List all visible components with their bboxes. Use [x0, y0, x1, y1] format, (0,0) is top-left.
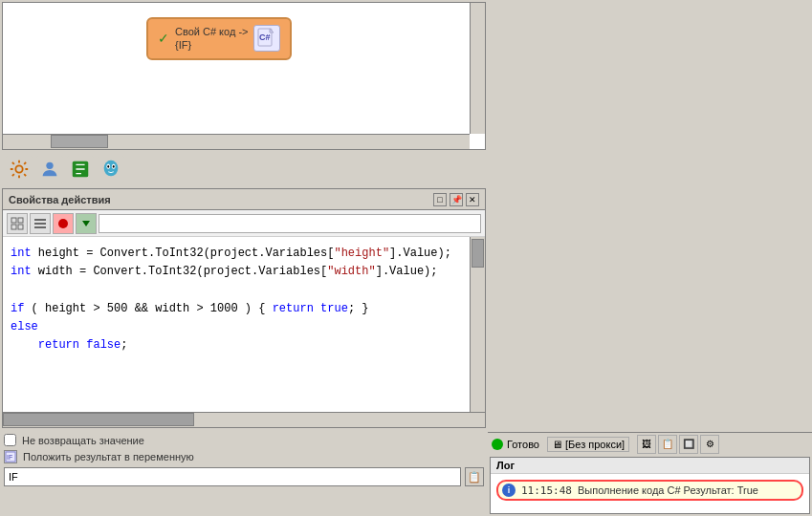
status-icon-4[interactable]: ⚙: [700, 435, 719, 454]
properties-panel: Свойства действия □ 📌 ✕: [2, 188, 486, 428]
status-icon-2[interactable]: 📋: [658, 435, 677, 454]
proxy-icon: 🖥: [552, 439, 562, 450]
svg-rect-15: [34, 223, 46, 225]
log-content: i 11:15:48 Выполнение кода C# Результат:…: [491, 474, 809, 513]
gear-icon[interactable]: [6, 156, 33, 183]
svg-text:C#: C#: [259, 32, 271, 42]
svg-text:IF: IF: [7, 454, 12, 461]
workflow-block[interactable]: ✓ Свой C# код -> {IF} C#: [146, 17, 292, 60]
canvas-vertical-scrollbar[interactable]: [470, 3, 485, 134]
book-icon[interactable]: [67, 156, 94, 183]
ready-indicator: [492, 439, 503, 450]
info-icon: i: [502, 484, 516, 497]
log-title: Лог: [491, 458, 809, 474]
right-canvas: [488, 0, 812, 432]
stop-button[interactable]: [53, 213, 74, 234]
code-editor-wrap: int height = Convert.ToInt32(project.Var…: [3, 237, 485, 412]
close-button[interactable]: ✕: [466, 193, 479, 206]
svg-rect-10: [11, 218, 16, 223]
svg-rect-14: [34, 219, 46, 221]
svg-point-9: [113, 165, 115, 168]
code-scrollbar-thumb[interactable]: [472, 239, 484, 268]
code-vertical-scrollbar[interactable]: [470, 237, 485, 412]
svg-point-3: [46, 162, 53, 169]
svg-point-2: [15, 165, 22, 172]
alien-icon[interactable]: [98, 156, 124, 183]
canvas-horizontal-scrollbar[interactable]: [3, 134, 470, 149]
person-icon[interactable]: [36, 156, 63, 183]
code-hscrollbar-thumb[interactable]: [3, 413, 194, 426]
right-panel: Готово 🖥 [Без прокси] 🖼 📋 🔲 ⚙ Лог i 11:1…: [488, 0, 812, 516]
svg-rect-16: [34, 226, 46, 228]
no-return-row: Не возвращать значение: [4, 434, 484, 446]
svg-point-5: [104, 161, 119, 177]
code-line-4: if ( height > 500 && width > 1000 ) { re…: [11, 300, 481, 318]
log-time: 11:15:48: [521, 484, 572, 497]
properties-toolbar: [3, 210, 485, 237]
code-line-2: int width = Convert.ToInt32(project.Vari…: [11, 263, 481, 281]
properties-title: Свойства действия: [9, 194, 111, 205]
search-input[interactable]: [99, 214, 481, 233]
variable-row: 📋: [4, 467, 484, 486]
status-icon-3[interactable]: 🔲: [679, 435, 698, 454]
variable-input[interactable]: [4, 467, 461, 486]
workflow-block-label: Свой C# код -> {IF}: [175, 25, 248, 53]
status-ready: Готово: [492, 439, 539, 450]
proxy-label: 🖥 [Без прокси]: [547, 437, 629, 452]
svg-point-8: [107, 165, 109, 168]
bottom-area: Не возвращать значение IF Положить резул…: [0, 430, 488, 516]
result-icon: IF: [4, 450, 17, 463]
restore-button[interactable]: □: [433, 193, 447, 206]
code-line-1: int height = Convert.ToInt32(project.Var…: [11, 245, 481, 263]
result-row: IF Положить результат в переменную: [4, 450, 484, 463]
log-entry: i 11:15:48 Выполнение кода C# Результат:…: [496, 480, 803, 501]
no-return-label: Не возвращать значение: [22, 435, 144, 446]
code-line-5: else: [11, 318, 481, 336]
code-line-6: return false;: [11, 336, 481, 355]
variable-copy-button[interactable]: 📋: [465, 467, 484, 486]
check-icon: ✓: [158, 31, 169, 46]
svg-point-17: [58, 219, 68, 228]
code-horizontal-scrollbar[interactable]: [3, 412, 485, 427]
svg-rect-11: [18, 218, 23, 223]
result-label: Положить результат в переменную: [23, 451, 194, 462]
down-arrow-button[interactable]: [76, 213, 97, 234]
canvas-area: ✓ Свой C# код -> {IF} C#: [2, 2, 486, 150]
list-view-button[interactable]: [30, 213, 51, 234]
main-container: ✓ Свой C# код -> {IF} C#: [0, 0, 812, 516]
svg-rect-12: [11, 225, 16, 229]
csharp-icon: C#: [253, 25, 280, 52]
code-editor[interactable]: int height = Convert.ToInt32(project.Var…: [3, 237, 485, 358]
grid-view-button[interactable]: [7, 213, 28, 234]
code-line-3: [11, 281, 481, 299]
ready-label: Готово: [507, 439, 539, 450]
canvas-scrollbar-thumb[interactable]: [51, 135, 108, 148]
properties-title-bar: Свойства действия □ 📌 ✕: [3, 189, 485, 210]
status-bar: Готово 🖥 [Без прокси] 🖼 📋 🔲 ⚙: [488, 432, 812, 455]
pin-button[interactable]: 📌: [450, 193, 463, 206]
title-bar-buttons: □ 📌 ✕: [433, 193, 479, 206]
svg-rect-13: [18, 225, 23, 229]
no-return-checkbox[interactable]: [4, 434, 16, 446]
toolbar-icons-bar: [0, 152, 488, 186]
left-panel: ✓ Свой C# код -> {IF} C#: [0, 0, 488, 516]
status-icon-1[interactable]: 🖼: [637, 435, 656, 454]
status-icons: 🖼 📋 🔲 ⚙: [637, 435, 719, 454]
log-message: Выполнение кода C# Результат: True: [578, 484, 758, 496]
log-panel: Лог i 11:15:48 Выполнение кода C# Резуль…: [490, 457, 810, 514]
